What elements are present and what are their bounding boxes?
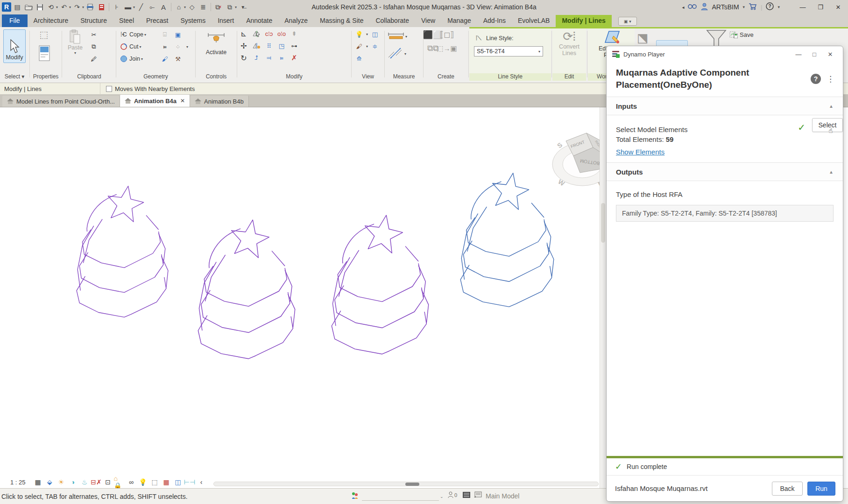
tab-modify-lines[interactable]: Modify | Lines xyxy=(556,15,611,27)
pin-icon[interactable]: ⊶ xyxy=(290,42,299,50)
temporary-view-icon[interactable]: 💡 xyxy=(137,477,149,487)
visual-style-icon[interactable]: ⬙ xyxy=(44,477,56,487)
script-menu-icon[interactable]: ⋮ xyxy=(827,74,834,84)
collapse-vcb-icon[interactable]: ‹ xyxy=(196,477,207,487)
tag-icon[interactable]: ⟜ xyxy=(147,2,157,12)
home-dropdown[interactable]: ▾ xyxy=(184,5,186,9)
close-view-icon[interactable]: ✕ xyxy=(180,98,185,104)
line-style-dropdown[interactable]: S5-T6-2T4▾ xyxy=(474,46,543,56)
collapse-arrow-icon[interactable]: ◂ xyxy=(682,5,684,10)
panel-label-view[interactable]: View xyxy=(353,73,383,81)
cut-to-clipboard-icon[interactable]: ✂ xyxy=(89,30,99,39)
close-button[interactable]: ✕ xyxy=(831,1,845,13)
help-icon[interactable]: ? xyxy=(766,2,774,12)
split-element-icon[interactable]: c⁞ɔ xyxy=(264,29,274,38)
tab-steel[interactable]: Steel xyxy=(113,15,140,27)
help-dropdown[interactable]: ▾ xyxy=(777,5,780,9)
minimize-button[interactable]: — xyxy=(796,1,810,13)
muqarnas-wireframe-4[interactable] xyxy=(460,170,554,307)
active-design-option[interactable]: Main Model xyxy=(486,492,519,500)
copy-to-clipboard-icon[interactable]: ⧉ xyxy=(89,42,99,51)
join-button[interactable]: Join xyxy=(129,56,140,62)
split-with-gap-icon[interactable]: o⁞o xyxy=(277,29,286,38)
customize-qat-icon[interactable]: ▼̶ xyxy=(238,2,248,12)
tab-manage[interactable]: Manage xyxy=(441,15,477,27)
main-model-icon[interactable] xyxy=(473,491,482,498)
beam-handles-icon[interactable]: ⫢ xyxy=(160,42,170,51)
open-icon[interactable] xyxy=(23,2,34,12)
constraints-icon[interactable]: ▦ xyxy=(161,477,172,487)
switch-windows-icon[interactable]: ⧉ xyxy=(225,2,235,12)
panel-label-edit[interactable]: Edit xyxy=(552,73,586,81)
rotate-icon[interactable]: ↻ xyxy=(239,54,248,62)
horizontal-scroll-thumb[interactable] xyxy=(405,483,419,486)
tab-structure[interactable]: Structure xyxy=(74,15,113,27)
mirror-draw-axis-icon[interactable] xyxy=(252,42,261,50)
tab-add-ins[interactable]: Add-Ins xyxy=(477,15,512,27)
displaced-sets-icon[interactable]: ◫ xyxy=(172,477,184,487)
reveal-constraints-icon[interactable]: ⊢⊣ xyxy=(184,477,196,487)
section-icon[interactable]: ⊦ xyxy=(112,2,122,12)
vertical-scroll-thumb[interactable] xyxy=(601,203,605,243)
crop-view-icon[interactable]: ⊟✗ xyxy=(91,477,102,487)
detail-level-icon[interactable]: ▦ xyxy=(32,477,44,487)
show-crop-region-icon[interactable]: ⊡ xyxy=(102,477,114,487)
ribbon-display-toggle[interactable]: ▣▾ xyxy=(618,17,637,26)
revit-logo[interactable]: R xyxy=(2,2,11,12)
home-icon[interactable]: ⌂ xyxy=(174,2,184,12)
tab-systems[interactable]: Systems xyxy=(174,15,212,27)
view-tab-model-lines[interactable]: Model Lines from Point Cloud-Orth... xyxy=(2,96,120,107)
scale-icon[interactable]: ◳ xyxy=(277,42,286,50)
dynamo-close-button[interactable]: ✕ xyxy=(822,48,838,60)
undo-dropdown[interactable]: ▾ xyxy=(69,5,71,9)
print-icon[interactable] xyxy=(85,2,95,12)
render-icon[interactable]: ♨ xyxy=(79,477,91,487)
cope-button[interactable]: Cope xyxy=(129,31,143,38)
view-tab-animation-b4a[interactable]: Animation B4a ✕ xyxy=(120,95,190,107)
restore-button[interactable]: ❐ xyxy=(813,1,827,13)
measure-icon[interactable]: ▬ xyxy=(123,2,133,12)
aligned-dimension-icon[interactable] xyxy=(388,47,403,61)
script-help-icon[interactable]: ? xyxy=(811,74,821,84)
user-avatar-icon[interactable] xyxy=(701,3,708,12)
isolate-box-icon[interactable]: ◫ xyxy=(370,30,380,38)
muqarnas-wireframe-1[interactable] xyxy=(77,183,168,317)
moves-with-nearby-checkbox[interactable] xyxy=(106,86,112,92)
run-button[interactable]: Run xyxy=(807,482,835,496)
tab-collaborate[interactable]: Collaborate xyxy=(369,15,415,27)
sync-dropdown[interactable]: ▾ xyxy=(56,5,58,9)
save-icon[interactable] xyxy=(35,2,45,12)
view-tab-animation-b4b[interactable]: Animation B4b xyxy=(190,96,249,107)
show-hidden-icon[interactable]: ▣ xyxy=(173,30,183,39)
user-dropdown[interactable]: ▾ xyxy=(743,5,745,9)
tab-precast[interactable]: Precast xyxy=(140,15,174,27)
transfer-standards-icon[interactable] xyxy=(96,2,106,12)
ui-panels-icon[interactable]: ▤ xyxy=(12,2,22,12)
override-graphics-icon[interactable]: 🖌 xyxy=(354,42,364,50)
canvas-horizontal-scrollbar[interactable] xyxy=(213,482,599,486)
redo-dropdown[interactable]: ▾ xyxy=(82,5,84,9)
shadows-icon[interactable]: ◑ xyxy=(67,477,79,487)
tab-massing-site[interactable]: Massing & Site xyxy=(314,15,369,27)
properties-palette-icon[interactable] xyxy=(38,45,50,63)
trim-multiple-icon[interactable]: ⫢ xyxy=(277,54,286,62)
move-icon[interactable]: ✢ xyxy=(239,42,248,50)
detail-line-icon[interactable]: ╱ xyxy=(136,2,146,12)
array-icon[interactable]: ⠿ xyxy=(264,42,274,50)
linework-icon[interactable]: ≑ xyxy=(370,42,380,50)
switch-windows-dropdown[interactable]: ▾ xyxy=(235,5,237,9)
outputs-section-header[interactable]: Outputs ▲ xyxy=(607,162,843,181)
redo-icon[interactable]: ↷ xyxy=(72,2,82,12)
tab-insert[interactable]: Insert xyxy=(212,15,240,27)
muqarnas-wireframe-2[interactable] xyxy=(198,217,295,359)
text-icon[interactable]: A xyxy=(158,2,169,12)
panel-label-modify[interactable]: Modify xyxy=(238,73,350,81)
modify-button[interactable]: Modify xyxy=(3,29,26,63)
match-properties-icon[interactable]: 🖉 xyxy=(89,55,99,63)
save-selection-button[interactable]: Save xyxy=(729,30,754,40)
inputs-collapse-icon[interactable]: ▲ xyxy=(829,104,834,109)
workset-dropdown-arrow[interactable]: ⌄ xyxy=(440,494,444,499)
thin-lines-icon[interactable]: ≣ xyxy=(198,2,208,12)
select-elements-button[interactable]: Select xyxy=(812,118,843,132)
trim-single-icon[interactable]: ⫤ xyxy=(264,54,274,62)
